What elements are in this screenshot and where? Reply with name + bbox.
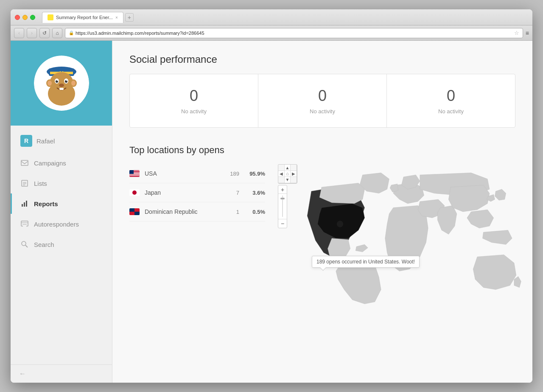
map-ctrl-ne <box>291 165 297 171</box>
url-text: https://us3.admin.mailchimp.com/reports/… <box>76 31 204 36</box>
map-ctrl-se <box>291 177 297 183</box>
map-control-group: ▲ ◀ ⌂ ▶ ▼ + <box>278 164 297 228</box>
svg-point-14 <box>65 80 67 83</box>
map-pan-controls: ▲ ◀ ⌂ ▶ ▼ <box>278 164 297 183</box>
location-pct-japan: 3.6% <box>246 190 265 196</box>
social-card-2: 0 No activity <box>387 74 515 127</box>
locations-layout: USA 189 95.9% Japan 7 3.6% <box>129 164 515 310</box>
new-tab-button[interactable]: + <box>125 13 134 22</box>
svg-point-31 <box>22 241 26 246</box>
country-name-dr: Dominican Republic <box>145 208 231 215</box>
dr-blue-2 <box>134 212 140 215</box>
sidebar-footer: ← <box>11 364 112 383</box>
reports-icon <box>20 199 29 208</box>
map-pan-down-button[interactable]: ▼ <box>284 177 290 183</box>
country-name-japan: Japan <box>145 189 231 196</box>
mailchimp-logo: M <box>34 56 89 111</box>
world-map-svg <box>299 164 532 308</box>
world-map-container: ▲ ◀ ⌂ ▶ ▼ + <box>278 164 515 310</box>
reports-label: Reports <box>34 200 58 207</box>
svg-point-17 <box>59 84 64 87</box>
map-pan-right-button[interactable]: ▶ <box>291 171 297 176</box>
map-home-button[interactable]: ⌂ <box>284 171 290 176</box>
map-tooltip-text: 189 opens occurred in United States. Woo… <box>316 259 415 265</box>
map-zoom-out-button[interactable]: − <box>278 219 287 228</box>
svg-rect-18 <box>59 88 64 90</box>
location-count-usa: 189 <box>230 171 239 177</box>
minimize-window-button[interactable] <box>22 15 28 20</box>
dr-red-1 <box>134 208 140 212</box>
back-button[interactable]: ‹ <box>14 28 24 38</box>
country-name-usa: USA <box>145 170 225 177</box>
top-locations-title: Top locations by opens <box>129 145 515 156</box>
lock-icon: 🔒 <box>69 31 74 35</box>
tab-title: Summary Report for Ener... <box>56 15 113 20</box>
usa-canton <box>129 170 134 174</box>
user-avatar: R <box>20 135 32 147</box>
app-layout: M <box>11 41 532 383</box>
sidebar-item-user[interactable]: R Rafael <box>11 129 112 153</box>
social-card-number-1: 0 <box>267 87 378 105</box>
svg-point-10 <box>71 81 76 86</box>
search-label: Search <box>34 241 54 248</box>
svg-point-33 <box>337 221 343 227</box>
main-content: Social performance 0 No activity 0 No ac… <box>112 41 532 383</box>
tab-bar: Summary Report for Ener... × + <box>42 12 134 23</box>
map-zoom-slider[interactable] <box>278 194 287 219</box>
svg-line-32 <box>25 245 28 247</box>
address-bar[interactable]: 🔒 https://us3.admin.mailchimp.com/report… <box>65 28 523 38</box>
svg-point-15 <box>57 80 58 81</box>
svg-rect-26 <box>26 201 27 207</box>
social-card-number-2: 0 <box>395 87 507 105</box>
forward-button[interactable]: › <box>27 28 37 38</box>
sidebar: M <box>11 41 112 383</box>
close-window-button[interactable] <box>15 15 20 20</box>
social-card-1: 0 No activity <box>258 74 387 127</box>
map-zoom-in-button[interactable]: + <box>278 185 287 194</box>
home-button[interactable]: ⌂ <box>52 28 62 38</box>
dr-blue-1 <box>129 208 134 212</box>
back-icon: ‹ <box>18 30 20 36</box>
maximize-window-button[interactable] <box>30 15 35 20</box>
social-card-0: 0 No activity <box>130 74 258 127</box>
refresh-button[interactable]: ↺ <box>39 28 50 38</box>
sidebar-item-reports[interactable]: Reports <box>11 193 112 214</box>
svg-rect-24 <box>22 204 23 207</box>
browser-titlebar: Summary Report for Ener... × + <box>11 9 532 25</box>
japan-dot <box>132 190 137 195</box>
sidebar-item-search[interactable]: Search <box>11 234 112 255</box>
browser-toolbar: ‹ › ↺ ⌂ 🔒 https://us3.admin.mailchimp.co… <box>11 25 532 41</box>
search-icon <box>20 240 29 249</box>
autoresponders-label: Autoresponders <box>34 221 79 228</box>
tab-close-button[interactable]: × <box>115 15 118 20</box>
map-tooltip: 189 opens occurred in United States. Woo… <box>312 256 420 268</box>
svg-rect-25 <box>24 202 25 207</box>
forward-icon: › <box>31 30 33 36</box>
sidebar-item-lists[interactable]: Lists <box>11 173 112 193</box>
map-zoom-controls: + − <box>278 185 287 228</box>
dr-flag-icon <box>129 208 140 215</box>
map-pan-up-button[interactable]: ▲ <box>284 165 290 171</box>
svg-rect-19 <box>21 160 28 165</box>
dr-red-2 <box>129 212 134 215</box>
lists-icon <box>20 179 29 188</box>
sidebar-item-campaigns[interactable]: Campaigns <box>11 153 112 173</box>
social-card-label-2: No activity <box>395 108 507 115</box>
svg-point-13 <box>56 80 58 83</box>
collapse-sidebar-button[interactable]: ← <box>19 370 26 377</box>
map-pan-left-button[interactable]: ◀ <box>278 171 284 176</box>
map-ctrl-nw <box>278 165 284 171</box>
japan-flag-icon <box>129 189 140 196</box>
active-tab[interactable]: Summary Report for Ener... × <box>42 12 123 23</box>
svg-point-6 <box>50 72 73 94</box>
sidebar-header: M <box>11 41 112 126</box>
refresh-icon: ↺ <box>42 30 47 36</box>
home-icon: ⌂ <box>56 30 59 36</box>
browser-menu-button[interactable]: ≡ <box>526 30 529 36</box>
social-performance-title: Social performance <box>129 53 515 65</box>
location-row-japan: Japan 7 3.6% <box>129 183 265 202</box>
map-ctrl-sw <box>278 177 284 183</box>
svg-rect-30 <box>23 225 26 227</box>
sidebar-item-autoresponders[interactable]: Autoresponders <box>11 214 112 234</box>
bookmark-icon[interactable]: ☆ <box>514 30 519 36</box>
